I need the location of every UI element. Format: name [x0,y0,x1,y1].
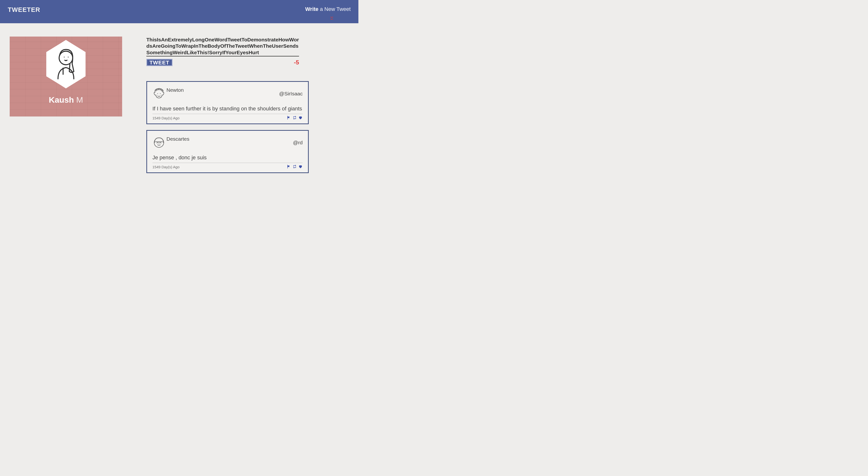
compose-prompt[interactable]: Write a New Tweet [305,6,351,12]
flag-icon[interactable] [287,115,291,121]
svg-point-1 [64,57,65,58]
svg-point-5 [155,90,157,91]
svg-point-2 [68,57,69,58]
author-avatar-icon [152,136,165,149]
compose-prompt-rest: a New Tweet [318,6,351,12]
tweet-age: 1549 Day(s) Ago [152,165,180,169]
author-avatar-icon [152,87,165,100]
tweet-feed: Newton @SirIsaac If I have seen further … [146,81,309,173]
tweet-author-name: Newton [166,87,184,93]
compose-prompt-strong: Write [305,6,319,12]
profile-avatar-frame [44,40,88,89]
profile-first-name: Kaush [49,95,74,104]
retweet-icon[interactable] [292,164,297,169]
tweet-header: Newton @SirIsaac [152,87,303,100]
tweet-age: 1549 Day(s) Ago [152,116,180,120]
profile-avatar-icon [51,47,81,81]
char-counter: -5 [294,59,299,66]
svg-point-8 [160,89,162,90]
profile-last-name: M [76,95,83,104]
svg-point-6 [157,89,158,90]
site-logo[interactable]: TWEETER [8,6,40,13]
tweet-body: If I have seen further it is by standing… [152,106,303,114]
compose-textarea[interactable] [146,37,299,57]
page-body: Kaush M TWEET -5 [0,23,359,188]
tweet-actions [287,164,303,169]
heart-icon[interactable] [298,115,303,121]
tweet-author: Newton [152,87,184,100]
tweet-body: Je pense , donc je suis [152,155,303,163]
svg-point-4 [160,94,161,94]
heart-icon[interactable] [298,164,303,169]
tweet-button[interactable]: TWEET [146,59,173,66]
compose-box: TWEET -5 [146,37,299,66]
tweet-card: Newton @SirIsaac If I have seen further … [146,81,309,124]
compose-footer: TWEET -5 [146,59,299,66]
main-column: TWEET -5 [146,37,309,173]
tweet-author-handle: @SirIsaac [279,91,303,97]
profile-card: Kaush M [10,37,122,116]
tweet-author-name: Descartes [166,136,189,142]
svg-point-7 [159,89,160,90]
tweet-actions [287,115,303,121]
svg-point-9 [162,90,163,91]
tweet-author: Descartes [152,136,189,149]
tweet-header: Descartes @rd [152,136,303,149]
top-nav: TWEETER Write a New Tweet ⌄⌄ [0,0,359,23]
retweet-icon[interactable] [292,115,297,121]
svg-point-3 [157,94,158,94]
tweet-author-handle: @rd [293,140,303,145]
compose-toggle-chevron-icon[interactable]: ⌄⌄ [330,15,333,20]
flag-icon[interactable] [287,164,291,169]
profile-name: Kaush M [49,95,83,105]
tweet-footer: 1549 Day(s) Ago [152,164,303,169]
svg-point-0 [59,51,73,65]
tweet-card: Descartes @rd Je pense , donc je suis 15… [146,130,309,173]
tweet-footer: 1549 Day(s) Ago [152,115,303,121]
